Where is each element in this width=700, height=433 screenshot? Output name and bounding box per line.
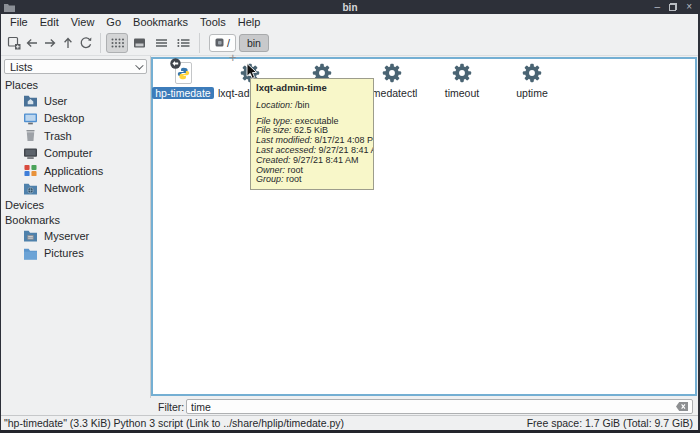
server-folder-icon xyxy=(23,229,38,242)
desktop-icon xyxy=(23,112,38,125)
breadcrumb: / bin xyxy=(209,34,269,52)
status-free-space: Free space: 1.7 GiB (Total: 9.7 GiB) xyxy=(527,417,693,429)
folder-view[interactable]: hp-timedate lxqt-admin-time xyxy=(151,57,697,396)
menu-go[interactable]: Go xyxy=(100,15,127,29)
compact-view-button[interactable] xyxy=(150,33,172,53)
filter-label: Filter: xyxy=(158,401,184,413)
new-tab-button[interactable] xyxy=(5,33,23,53)
clear-filter-icon[interactable] xyxy=(676,402,688,411)
menu-tools[interactable]: Tools xyxy=(194,15,232,29)
menu-file[interactable]: File xyxy=(4,15,34,29)
titlebar[interactable]: bin – × xyxy=(0,0,700,14)
toolbar: / bin xyxy=(1,30,698,56)
sidebar-item-network[interactable]: Network xyxy=(1,180,150,198)
executable-gear-icon xyxy=(521,62,543,84)
sidebar-item-desktop[interactable]: Desktop xyxy=(1,110,150,128)
sidebar-item-applications[interactable]: Applications xyxy=(1,162,150,180)
file-manager-window: bin – × File Edit View Go Bookmarks Tool… xyxy=(0,0,700,433)
computer-icon xyxy=(23,147,38,160)
icons-view-button[interactable] xyxy=(106,33,128,53)
filter-bar: Filter: xyxy=(1,398,698,415)
user-folder-icon xyxy=(23,94,38,107)
status-selection-info: "hp-timedate" (3.3 KiB) Python 3 script … xyxy=(4,417,344,429)
reload-icon xyxy=(78,35,94,51)
compact-view-icon xyxy=(154,37,169,49)
applications-icon xyxy=(23,164,38,177)
breadcrumb-root-button[interactable]: / xyxy=(209,34,236,52)
thumbnail-view-button[interactable] xyxy=(128,33,150,53)
back-icon xyxy=(24,35,40,51)
pictures-folder-icon xyxy=(23,247,38,260)
symlink-emblem-icon xyxy=(170,58,181,69)
forward-button[interactable] xyxy=(41,33,59,53)
tooltip-title: lxqt-admin-time xyxy=(256,83,368,93)
up-button[interactable] xyxy=(59,33,77,53)
trash-icon xyxy=(23,129,38,142)
network-folder-icon xyxy=(23,182,38,195)
breadcrumb-current-button[interactable]: bin xyxy=(239,34,269,52)
drag-copy-plus-indicator: + xyxy=(229,50,237,65)
menu-bookmarks[interactable]: Bookmarks xyxy=(127,15,194,29)
icons-view-icon xyxy=(110,37,125,49)
executable-gear-icon xyxy=(381,62,403,84)
forward-icon xyxy=(42,35,58,51)
sidebar-item-trash[interactable]: Trash xyxy=(1,127,150,145)
chevron-down-icon xyxy=(135,61,143,69)
sidebar-item-user[interactable]: User xyxy=(1,92,150,110)
python-script-symlink-icon xyxy=(171,61,195,85)
file-info-tooltip: lxqt-admin-time Location: /bin File type… xyxy=(250,78,374,190)
menu-edit[interactable]: Edit xyxy=(34,15,65,29)
file-item-timeout[interactable]: timeout xyxy=(427,61,497,99)
new-tab-icon xyxy=(6,35,22,51)
detailed-view-icon xyxy=(176,37,191,49)
back-button[interactable] xyxy=(23,33,41,53)
sidebar-section-places: Places xyxy=(1,77,150,92)
up-icon xyxy=(60,35,76,51)
file-item-hp-timedate[interactable]: hp-timedate xyxy=(148,61,218,99)
detailed-view-button[interactable] xyxy=(172,33,194,53)
filter-input[interactable] xyxy=(191,401,676,413)
sidebar-item-pictures[interactable]: Pictures xyxy=(1,245,150,263)
sidebar-mode-selector[interactable]: Lists xyxy=(4,59,147,74)
sidebar: Lists Places User Desktop Trash Computer xyxy=(1,56,151,398)
restore-icon[interactable] xyxy=(669,1,677,13)
sidebar-section-bookmarks: Bookmarks xyxy=(1,212,150,227)
menu-help[interactable]: Help xyxy=(232,15,267,29)
menu-bar: File Edit View Go Bookmarks Tools Help xyxy=(1,14,698,30)
reload-button[interactable] xyxy=(77,33,95,53)
file-item-uptime[interactable]: uptime xyxy=(497,61,567,99)
executable-gear-icon xyxy=(451,62,473,84)
drive-icon xyxy=(215,38,224,47)
close-icon[interactable]: × xyxy=(686,1,692,13)
filter-input-wrapper xyxy=(186,399,693,414)
sidebar-section-devices: Devices xyxy=(1,197,150,212)
sidebar-item-myserver[interactable]: Myserver xyxy=(1,227,150,245)
menu-view[interactable]: View xyxy=(65,15,101,29)
status-bar: "hp-timedate" (3.3 KiB) Python 3 script … xyxy=(1,415,698,430)
minimize-icon[interactable]: – xyxy=(655,1,661,13)
thumbnail-view-icon xyxy=(132,37,147,49)
sidebar-item-computer[interactable]: Computer xyxy=(1,145,150,163)
window-title: bin xyxy=(0,2,700,13)
mouse-cursor xyxy=(246,63,258,81)
